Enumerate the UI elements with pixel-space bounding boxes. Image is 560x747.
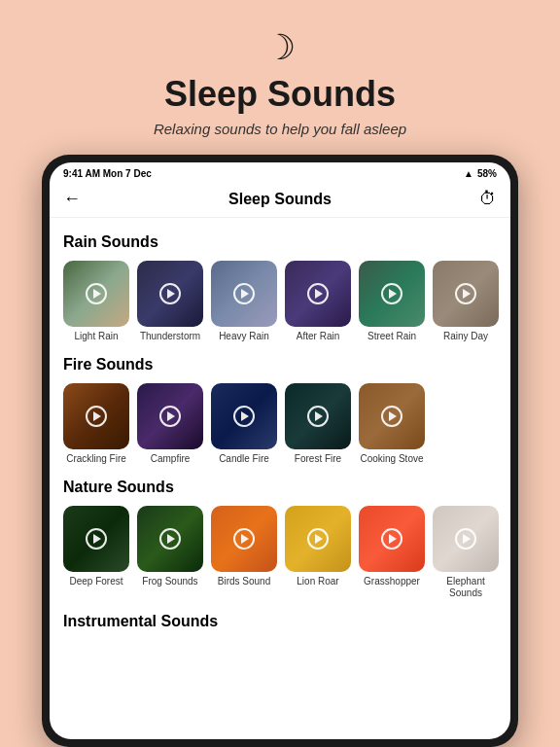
play-button-heavy-rain[interactable] — [233, 283, 255, 304]
sound-item-crackling-fire[interactable]: Crackling Fire — [63, 383, 129, 465]
nav-title: Sleep Sounds — [228, 191, 332, 208]
thumb-elephant-sounds — [433, 506, 499, 572]
play-button-thunderstorm[interactable] — [159, 283, 181, 304]
thumb-light-rain — [63, 261, 129, 327]
play-button-elephant-sounds[interactable] — [455, 528, 476, 550]
play-button-cooking-stove[interactable] — [381, 406, 402, 427]
play-button-street-rain[interactable] — [381, 283, 402, 304]
label-grasshopper: Grasshopper — [364, 576, 420, 587]
sound-item-candle-fire[interactable]: Candle Fire — [211, 383, 277, 465]
label-rainy-day: Rainy Day — [443, 331, 488, 342]
nature-sound-grid: Deep Forest Frog Sounds Birds Sound — [63, 506, 497, 599]
thumb-after-rain — [285, 261, 351, 327]
play-button-frog-sounds[interactable] — [159, 528, 181, 550]
sound-item-heavy-rain[interactable]: Heavy Rain — [211, 261, 277, 342]
moon-icon: ☽ — [264, 27, 296, 68]
label-forest-fire: Forest Fire — [295, 453, 341, 465]
sound-item-elephant-sounds[interactable]: Elephant Sounds — [433, 506, 499, 599]
rain-section: Rain Sounds Light Rain Thunderstorm — [63, 233, 497, 342]
nature-section-title: Nature Sounds — [63, 479, 497, 496]
sound-item-thunderstorm[interactable]: Thunderstorm — [137, 261, 203, 342]
label-after-rain: After Rain — [297, 331, 339, 342]
nature-section: Nature Sounds Deep Forest Frog Sounds — [63, 479, 497, 599]
status-right: ▲ 58% — [464, 168, 497, 179]
thumb-deep-forest — [63, 506, 129, 572]
thumb-frog-sounds — [137, 506, 203, 572]
thumb-forest-fire — [285, 383, 351, 449]
sound-item-forest-fire[interactable]: Forest Fire — [285, 383, 351, 465]
label-cooking-stove: Cooking Stove — [360, 453, 423, 465]
app-subtitle: Relaxing sounds to help you fall asleep — [154, 121, 406, 137]
label-campfire: Campfire — [151, 453, 191, 465]
nav-bar: ← Sleep Sounds ⏱ — [50, 183, 510, 218]
rain-section-title: Rain Sounds — [63, 233, 497, 251]
thumb-rainy-day — [433, 261, 499, 327]
thumb-lion-roar — [285, 506, 351, 572]
sound-item-cooking-stove[interactable]: Cooking Stove — [359, 383, 425, 465]
label-frog-sounds: Frog Sounds — [142, 576, 197, 587]
label-lion-roar: Lion Roar — [297, 576, 338, 587]
timer-button[interactable]: ⏱ — [479, 189, 497, 209]
sound-item-campfire[interactable]: Campfire — [137, 383, 203, 465]
status-bar: 9:41 AM Mon 7 Dec ▲ 58% — [50, 162, 510, 183]
fire-sound-grid: Crackling Fire Campfire Candle Fire — [63, 383, 497, 465]
play-button-forest-fire[interactable] — [307, 406, 329, 427]
back-button[interactable]: ← — [63, 189, 81, 209]
label-street-rain: Street Rain — [368, 331, 416, 342]
play-button-deep-forest[interactable] — [86, 528, 107, 550]
play-button-after-rain[interactable] — [307, 283, 329, 304]
fire-section: Fire Sounds Crackling Fire Campfire — [63, 356, 497, 465]
thumb-campfire — [137, 383, 203, 449]
thumb-heavy-rain — [211, 261, 277, 327]
app-title: Sleep Sounds — [164, 74, 396, 115]
sound-item-lion-roar[interactable]: Lion Roar — [285, 506, 351, 599]
fire-section-title: Fire Sounds — [63, 356, 497, 374]
label-birds-sound: Birds Sound — [218, 576, 270, 587]
label-deep-forest: Deep Forest — [69, 576, 122, 587]
device-screen: 9:41 AM Mon 7 Dec ▲ 58% ← Sleep Sounds ⏱… — [50, 162, 510, 739]
thumb-crackling-fire — [63, 383, 129, 449]
thumb-thunderstorm — [137, 261, 203, 327]
sound-item-deep-forest[interactable]: Deep Forest — [63, 506, 129, 599]
label-heavy-rain: Heavy Rain — [219, 331, 269, 342]
content-area: Rain Sounds Light Rain Thunderstorm — [50, 218, 510, 739]
status-time: 9:41 AM Mon 7 Dec — [63, 168, 152, 179]
play-button-light-rain[interactable] — [86, 283, 107, 304]
thumb-cooking-stove — [359, 383, 425, 449]
sound-item-light-rain[interactable]: Light Rain — [63, 261, 129, 342]
thumb-street-rain — [359, 261, 425, 327]
sound-item-birds-sound[interactable]: Birds Sound — [211, 506, 277, 599]
play-button-rainy-day[interactable] — [455, 283, 476, 304]
sound-item-rainy-day[interactable]: Rainy Day — [433, 261, 499, 342]
play-button-campfire[interactable] — [159, 406, 181, 427]
thumb-candle-fire — [211, 383, 277, 449]
sound-item-grasshopper[interactable]: Grasshopper — [359, 506, 425, 599]
thumb-birds-sound — [211, 506, 277, 572]
play-button-crackling-fire[interactable] — [86, 406, 107, 427]
instrumental-section-title: Instrumental Sounds — [63, 613, 497, 630]
play-button-grasshopper[interactable] — [381, 528, 402, 550]
label-light-rain: Light Rain — [74, 331, 118, 342]
sound-item-frog-sounds[interactable]: Frog Sounds — [137, 506, 203, 599]
play-button-candle-fire[interactable] — [233, 406, 255, 427]
sound-item-street-rain[interactable]: Street Rain — [359, 261, 425, 342]
device-frame: 9:41 AM Mon 7 Dec ▲ 58% ← Sleep Sounds ⏱… — [42, 155, 518, 747]
label-elephant-sounds: Elephant Sounds — [433, 576, 499, 599]
app-header: ☽ Sleep Sounds Relaxing sounds to help y… — [154, 0, 406, 155]
label-candle-fire: Candle Fire — [219, 453, 269, 465]
label-thunderstorm: Thunderstorm — [140, 331, 200, 342]
instrumental-section: Instrumental Sounds — [63, 613, 497, 630]
rain-sound-grid: Light Rain Thunderstorm Heavy Rain — [63, 261, 497, 342]
thumb-grasshopper — [359, 506, 425, 572]
play-button-lion-roar[interactable] — [307, 528, 329, 550]
sound-item-after-rain[interactable]: After Rain — [285, 261, 351, 342]
label-crackling-fire: Crackling Fire — [66, 453, 126, 465]
wifi-icon: ▲ — [464, 168, 473, 179]
play-button-birds-sound[interactable] — [233, 528, 255, 550]
battery-status: 58% — [477, 168, 497, 179]
